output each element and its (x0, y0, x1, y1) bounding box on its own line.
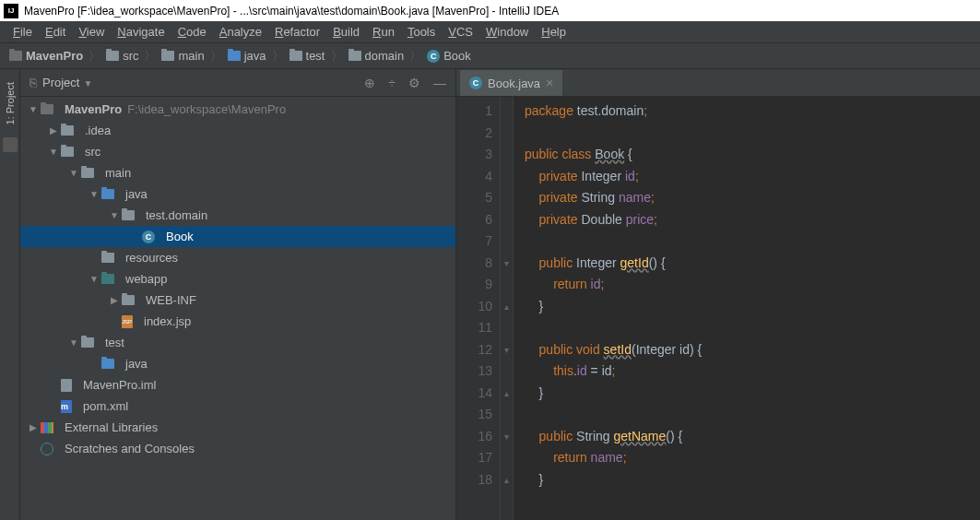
menu-file[interactable]: File (7, 23, 38, 41)
breadcrumb-item-mavenpro[interactable]: MavenPro (7, 49, 85, 63)
tree-node-web-inf[interactable]: ▶WEB-INF (20, 290, 455, 311)
tree-node-java[interactable]: ▼java (20, 183, 455, 205)
breadcrumb-sep: 〉 (331, 48, 343, 65)
code-line[interactable]: public void setId(Integer id) { (525, 339, 969, 361)
editor-tab-book[interactable]: C Book.java × (460, 70, 562, 96)
code-line[interactable]: public class Book { (525, 144, 969, 166)
expander-icon[interactable]: ▼ (48, 147, 59, 157)
titlebar: MavenPro [F:\idea_workspace\MavenPro] - … (0, 0, 980, 21)
fold-mark-icon (501, 187, 513, 209)
line-number: 2 (456, 123, 492, 145)
editor-body[interactable]: 123456789101112131415161718 ▾▴▾▴▾▴ packa… (456, 97, 980, 520)
code-area[interactable]: package test.domain; public class Book {… (514, 97, 980, 520)
collapse-icon[interactable]: ÷ (388, 76, 396, 90)
project-tree[interactable]: ▼MavenProF:\idea_workspace\MavenPro▶.ide… (20, 97, 455, 520)
fold-mark-icon (501, 447, 513, 469)
expander-icon[interactable]: ▼ (68, 337, 79, 348)
menu-window[interactable]: Window (480, 23, 534, 41)
code-line[interactable]: package test.domain; (525, 100, 969, 123)
code-line[interactable]: } (525, 296, 969, 318)
panel-title[interactable]: Project▼ (42, 76, 364, 89)
menu-run[interactable]: Run (367, 23, 400, 41)
tree-node-src[interactable]: ▼src (20, 141, 455, 162)
expander-icon[interactable]: ▼ (109, 210, 120, 220)
menu-tools[interactable]: Tools (402, 23, 441, 41)
tool-window-sidebar: 1: Project (0, 69, 20, 520)
breadcrumb-item-test[interactable]: test (288, 49, 327, 63)
breadcrumb-item-main[interactable]: main (159, 49, 206, 63)
code-line[interactable]: } (525, 469, 969, 491)
tree-node-test-domain[interactable]: ▼test.domain (20, 205, 455, 226)
gear-icon[interactable]: ⚙ (408, 76, 420, 90)
expander-icon[interactable]: ▶ (109, 295, 120, 305)
fold-mark-icon (501, 317, 513, 339)
scratch-icon (41, 443, 53, 455)
fold-mark-icon (501, 360, 513, 383)
menu-edit[interactable]: Edit (40, 23, 71, 41)
menu-view[interactable]: View (73, 23, 110, 41)
folder-icon (348, 51, 361, 61)
tree-node-index-jsp[interactable]: JSPindex.jsp (20, 311, 455, 332)
menu-code[interactable]: Code (172, 23, 212, 41)
tree-node-label: webapp (125, 272, 168, 286)
menu-analyze[interactable]: Analyze (214, 23, 267, 41)
code-line[interactable]: public Integer getId() { (525, 253, 969, 275)
pin-icon: ⎘ (30, 76, 37, 89)
tree-node-book[interactable]: CBook (20, 226, 455, 247)
fold-mark-icon[interactable]: ▾ (501, 426, 513, 448)
code-line[interactable]: public String getName() { (525, 426, 969, 448)
code-line[interactable]: return id; (525, 274, 969, 296)
fold-mark-icon[interactable]: ▾ (501, 339, 513, 361)
line-number: 4 (456, 166, 492, 188)
breadcrumb-item-java[interactable]: java (226, 49, 268, 63)
expander-icon[interactable]: ▼ (89, 274, 100, 284)
expander-icon[interactable]: ▼ (89, 189, 100, 199)
tree-node-resources[interactable]: resources (20, 247, 455, 268)
breadcrumb-item-src[interactable]: src (104, 49, 140, 63)
tree-node-test[interactable]: ▼test (20, 332, 455, 353)
breadcrumb-item-book[interactable]: CBook (425, 49, 473, 63)
fold-mark-icon[interactable]: ▴ (501, 469, 513, 491)
expander-icon[interactable]: ▶ (28, 422, 39, 432)
code-line[interactable] (525, 230, 969, 253)
breadcrumb-label: MavenPro (26, 49, 83, 63)
fold-mark-icon[interactable]: ▾ (501, 253, 513, 275)
code-line[interactable]: private Double price; (525, 209, 969, 231)
menu-vcs[interactable]: VCS (443, 23, 478, 41)
folder-icon (161, 51, 174, 61)
code-line[interactable]: return name; (525, 447, 969, 469)
menu-navigate[interactable]: Navigate (112, 23, 170, 41)
code-line[interactable] (525, 317, 969, 339)
fold-mark-icon[interactable]: ▴ (501, 383, 513, 405)
code-line[interactable]: private Integer id; (525, 166, 969, 188)
menu-help[interactable]: Help (536, 23, 572, 41)
tree-node--idea[interactable]: ▶.idea (20, 120, 455, 141)
menu-build[interactable]: Build (327, 23, 365, 41)
menu-refactor[interactable]: Refactor (269, 23, 325, 41)
expander-icon[interactable]: ▼ (28, 104, 39, 114)
tree-node-webapp[interactable]: ▼webapp (20, 268, 455, 290)
sidebar-tab-project[interactable]: 1: Project (3, 77, 18, 130)
folder-blue-icon (228, 51, 241, 61)
tree-node-label: resources (125, 251, 178, 265)
code-line[interactable]: private String name; (525, 187, 969, 209)
tree-node-external-libraries[interactable]: ▶External Libraries (20, 417, 455, 438)
tree-node-mavenpro[interactable]: ▼MavenProF:\idea_workspace\MavenPro (20, 99, 455, 120)
tree-node-scratches-and-consoles[interactable]: Scratches and Consoles (20, 438, 455, 459)
breadcrumb-item-domain[interactable]: domain (347, 49, 407, 63)
expander-icon[interactable]: ▼ (68, 168, 79, 178)
tree-node-pom-xml[interactable]: mpom.xml (20, 396, 455, 417)
expander-icon[interactable]: ▶ (48, 125, 59, 136)
code-line[interactable]: } (525, 383, 969, 405)
code-line[interactable]: this.id = id; (525, 360, 969, 383)
hide-icon[interactable]: — (433, 76, 446, 90)
code-line[interactable] (525, 123, 969, 145)
locate-icon[interactable]: ⊕ (364, 76, 375, 90)
tree-node-main[interactable]: ▼main (20, 162, 455, 183)
tree-node-java[interactable]: java (20, 353, 455, 374)
fold-mark-icon[interactable]: ▴ (501, 296, 513, 318)
sidebar-tool-icon[interactable] (3, 137, 18, 152)
close-icon[interactable]: × (546, 76, 553, 90)
tree-node-mavenpro-iml[interactable]: MavenPro.iml (20, 374, 455, 396)
code-line[interactable] (525, 404, 969, 426)
